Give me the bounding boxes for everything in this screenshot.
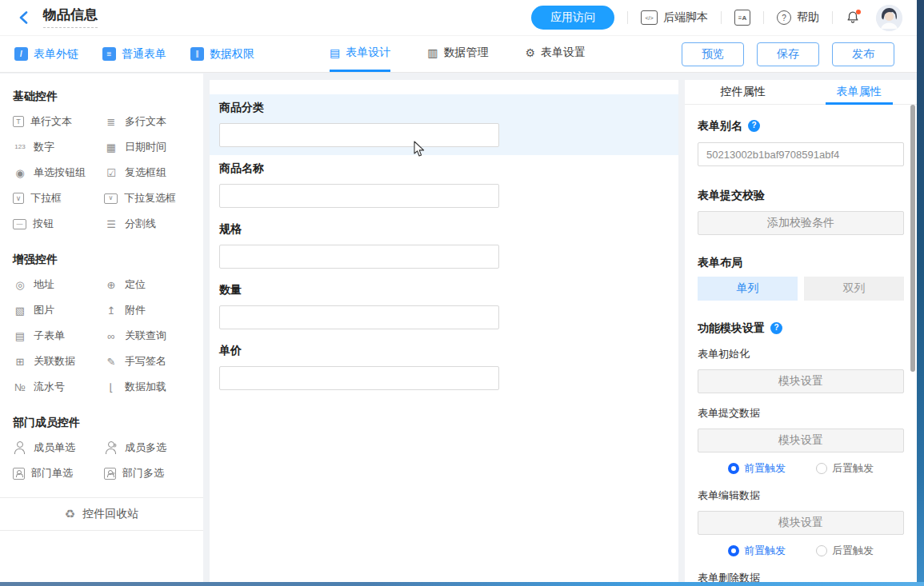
sidebar-item-number[interactable]: 123数字 bbox=[13, 134, 104, 160]
translate-icon[interactable] bbox=[734, 10, 750, 26]
form-alias-label: 表单别名 bbox=[698, 119, 742, 132]
data-manage-icon bbox=[427, 47, 438, 58]
trigger-radio[interactable]: 后置触发 bbox=[816, 461, 874, 476]
publish-button[interactable]: 发布 bbox=[832, 42, 894, 66]
sidebar-item-image[interactable]: ▧图片 bbox=[13, 297, 104, 323]
layout-single-column-button[interactable]: 单列 bbox=[698, 277, 798, 301]
tab-form-settings[interactable]: 表单设置 bbox=[525, 36, 586, 72]
submit-validation-label: 表单提交校验 bbox=[698, 189, 904, 201]
normal-form-button[interactable]: 普通表单 bbox=[102, 47, 166, 62]
avatar-image bbox=[876, 5, 902, 31]
tab-form-design[interactable]: 表单设计 bbox=[330, 36, 390, 72]
sidebar-item-member-multi[interactable]: 成员多选 bbox=[104, 435, 192, 460]
bar-chart-icon bbox=[190, 47, 204, 61]
preview-button[interactable]: 预览 bbox=[682, 42, 744, 66]
form-field[interactable]: 商品名称 bbox=[210, 155, 678, 216]
tab-control-properties[interactable]: 控件属性 bbox=[685, 80, 801, 104]
relation-data-icon: ⊞ bbox=[13, 355, 27, 368]
layout-double-column-button[interactable]: 双列 bbox=[804, 277, 904, 301]
relation-query-icon: ∞ bbox=[104, 329, 118, 342]
sidebar-item-attachment[interactable]: ↥附件 bbox=[104, 297, 192, 323]
subform-icon: ▤ bbox=[13, 329, 27, 342]
tab-data-manage[interactable]: 数据管理 bbox=[427, 36, 488, 72]
sidebar-item-select[interactable]: ∨下拉框 bbox=[13, 185, 104, 211]
module-settings-button[interactable]: 模块设置 bbox=[698, 429, 904, 452]
add-validation-condition-button[interactable]: 添加校验条件 bbox=[698, 211, 904, 235]
trigger-radio[interactable]: 前置触发 bbox=[728, 544, 786, 558]
sidebar-item-signature[interactable]: ✎手写签名 bbox=[104, 349, 192, 374]
help-circle-icon[interactable] bbox=[770, 322, 782, 334]
sidebar-item-single-line-text[interactable]: T单行文本 bbox=[13, 109, 104, 134]
help-circle-icon[interactable] bbox=[748, 120, 760, 132]
data-permission-button[interactable]: 数据权限 bbox=[190, 47, 254, 62]
sidebar-sections: 基础控件T单行文本≣多行文本123数字▦日期时间◉单选按钮组☑复选框组∨下拉框∨… bbox=[0, 74, 203, 486]
panel-scrollbar-thumb[interactable] bbox=[910, 105, 915, 372]
form-field-input[interactable] bbox=[219, 123, 499, 147]
form-field-input[interactable] bbox=[219, 245, 499, 269]
module-group-label: 表单初始化 bbox=[698, 348, 904, 360]
notification-bell-button[interactable] bbox=[846, 10, 862, 26]
app-access-button[interactable]: 应用访问 bbox=[531, 6, 614, 30]
sidebar-item-subform[interactable]: ▤子表单 bbox=[13, 323, 104, 349]
sidebar-item-checkbox-group[interactable]: ☑复选框组 bbox=[104, 160, 192, 185]
form-external-link-button[interactable]: 表单外链 bbox=[14, 47, 78, 62]
tab-label: 表单设置 bbox=[541, 46, 586, 60]
sidebar-section-title: 增强控件 bbox=[0, 237, 203, 272]
control-recycle-bin-button[interactable]: ♻ 控件回收站 bbox=[0, 497, 203, 531]
sidebar-item-relation-data[interactable]: ⊞关联数据 bbox=[13, 349, 104, 374]
sidebar-item-label: 按钮 bbox=[33, 217, 54, 231]
form-field[interactable]: 单价 bbox=[210, 337, 678, 398]
sidebar-item-label: 部门多选 bbox=[122, 466, 164, 480]
sidebar-item-dept-multi[interactable]: 部门多选 bbox=[104, 460, 192, 486]
tab-form-properties[interactable]: 表单属性 bbox=[801, 80, 917, 104]
normal-form-label: 普通表单 bbox=[122, 47, 166, 62]
sidebar-item-button[interactable]: —按钮 bbox=[13, 211, 104, 237]
module-group-label: 表单提交数据 bbox=[698, 407, 904, 419]
form-field[interactable]: 数量 bbox=[210, 277, 678, 337]
help-button[interactable]: 帮助 bbox=[777, 10, 819, 25]
trigger-radio-label: 后置触发 bbox=[832, 461, 874, 476]
sidebar-item-member-single[interactable]: 成员单选 bbox=[13, 435, 104, 460]
form-field-input[interactable] bbox=[219, 184, 499, 208]
form-alias-input[interactable] bbox=[698, 142, 904, 166]
sidebar-item-label: 多行文本 bbox=[125, 114, 166, 129]
sidebar-item-data-load[interactable]: ⌊数据加载 bbox=[104, 374, 192, 400]
sidebar-item-dept-single[interactable]: 部门单选 bbox=[13, 460, 104, 486]
sidebar-item-address-pin[interactable]: ◎地址 bbox=[13, 272, 104, 297]
topbar-right: 应用访问 后端脚本 帮助 bbox=[531, 5, 902, 31]
module-settings-button[interactable]: 模块设置 bbox=[698, 511, 904, 535]
sidebar-item-label: 子表单 bbox=[34, 329, 65, 343]
sidebar-item-radio-group[interactable]: ◉单选按钮组 bbox=[13, 160, 104, 185]
sidebar-item-multi-select[interactable]: ∨下拉复选框 bbox=[104, 185, 192, 211]
form-field-input[interactable] bbox=[219, 305, 499, 329]
form-field[interactable]: 商品分类 bbox=[210, 94, 678, 155]
sidebar-item-multi-line-text[interactable]: ≣多行文本 bbox=[104, 109, 192, 134]
layout-segmented-control: 单列 双列 bbox=[698, 277, 904, 301]
back-button[interactable] bbox=[14, 9, 32, 26]
sidebar-item-relation-query[interactable]: ∞关联查询 bbox=[104, 323, 192, 349]
trigger-radio-group: 前置触发后置触发 bbox=[698, 461, 904, 476]
form-canvas: 商品分类商品名称规格数量单价 bbox=[210, 80, 678, 582]
sidebar-item-locate[interactable]: ⊕定位 bbox=[104, 272, 192, 297]
form-field-label: 商品名称 bbox=[219, 161, 669, 174]
sidebar-item-datetime[interactable]: ▦日期时间 bbox=[104, 134, 192, 160]
sidebar-section-grid: T单行文本≣多行文本123数字▦日期时间◉单选按钮组☑复选框组∨下拉框∨下拉复选… bbox=[0, 109, 203, 237]
sidebar-item-serial-number[interactable]: №流水号 bbox=[13, 374, 104, 400]
user-avatar[interactable] bbox=[876, 5, 902, 31]
sidebar-item-label: 地址 bbox=[34, 277, 54, 292]
sidebar-item-divider-line[interactable]: ☰分割线 bbox=[104, 211, 192, 237]
multi-line-text-icon: ≣ bbox=[104, 115, 118, 128]
trigger-radio[interactable]: 后置触发 bbox=[816, 544, 874, 558]
form-field-input[interactable] bbox=[219, 366, 499, 390]
backend-script-button[interactable]: 后端脚本 bbox=[641, 10, 708, 25]
trigger-radio[interactable]: 前置触发 bbox=[728, 461, 786, 476]
form-field[interactable]: 规格 bbox=[210, 216, 678, 277]
module-settings-button[interactable]: 模块设置 bbox=[698, 369, 904, 393]
sidebar-item-label: 手写签名 bbox=[125, 354, 166, 369]
save-button[interactable]: 保存 bbox=[757, 42, 819, 66]
properties-panel: 控件属性 表单属性 表单别名 表单提交校验 添加校验条件 表单布局 单列 双列 … bbox=[685, 80, 917, 582]
data-permission-label: 数据权限 bbox=[210, 47, 254, 62]
tab-label: 表单设计 bbox=[346, 46, 390, 60]
divider-line-icon: ☰ bbox=[104, 217, 118, 230]
form-field-label: 单价 bbox=[219, 344, 669, 357]
